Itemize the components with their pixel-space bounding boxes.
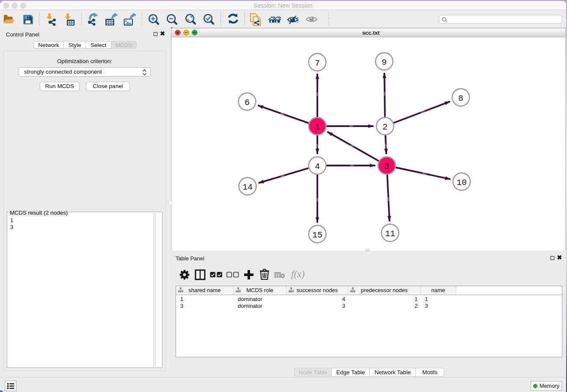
svg-text:11: 11 (385, 229, 395, 239)
svg-text:9: 9 (382, 58, 387, 67)
svg-text:10: 10 (457, 178, 467, 188)
svg-text:7: 7 (315, 58, 320, 68)
svg-text:2: 2 (383, 122, 388, 132)
svg-text:6: 6 (245, 98, 250, 108)
svg-text:1: 1 (315, 122, 320, 132)
svg-text:4: 4 (315, 162, 320, 171)
svg-text:3: 3 (384, 162, 389, 171)
svg-text:8: 8 (458, 94, 463, 103)
svg-text:15: 15 (312, 230, 322, 240)
svg-text:14: 14 (242, 182, 253, 192)
